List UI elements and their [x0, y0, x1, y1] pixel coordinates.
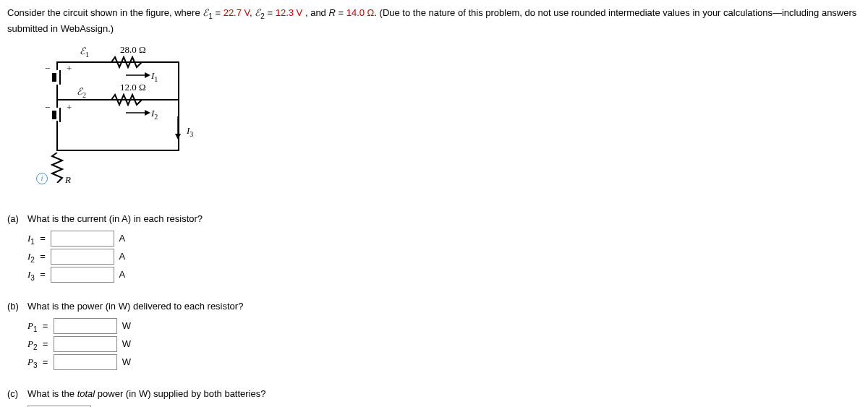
- answer-row-p3: P3 = W: [27, 354, 861, 370]
- battery-2-icon: [52, 108, 62, 122]
- unit: W: [122, 338, 131, 349]
- sym: P: [27, 356, 33, 367]
- text: Consider the circuit shown in the figure…: [7, 7, 203, 18]
- eps2-value: 12.3 V: [276, 7, 303, 18]
- label-i1: I1: [151, 70, 158, 83]
- sym: P: [27, 338, 33, 349]
- label-minus1: −: [45, 63, 50, 74]
- svg-marker-5: [175, 134, 181, 140]
- equals: =: [338, 7, 346, 18]
- circuit-figure: ℰ1 ℰ2 − + − + 28.0 Ω 12.0 Ω I1 I2 I3 R i: [12, 46, 861, 197]
- sub: 3: [33, 361, 38, 369]
- wire: [56, 61, 58, 70]
- svg-marker-3: [145, 110, 150, 116]
- text: power (in W) supplied by both batteries?: [95, 388, 265, 399]
- battery-1-icon: [52, 70, 62, 85]
- arrow-i2-icon: [126, 109, 150, 116]
- label-eps1: ℰ1: [80, 46, 89, 59]
- answer-row-i3: I3 = A: [27, 267, 861, 283]
- text-italic: total: [77, 388, 95, 399]
- wire: [56, 99, 58, 108]
- part-b-label: (b): [7, 301, 27, 312]
- sym: P: [27, 320, 33, 331]
- resistor-r2-icon: [111, 93, 142, 106]
- label-minus2: −: [45, 102, 50, 113]
- answer-row-i2: I2 = A: [27, 249, 861, 265]
- input-i3[interactable]: [51, 267, 114, 283]
- eps1-value: 22.7 V: [224, 7, 250, 18]
- r-value: 14.0 Ω: [346, 7, 375, 18]
- part-a-label: (a): [7, 213, 27, 224]
- sub: 2: [33, 343, 38, 351]
- unit: W: [122, 320, 131, 331]
- answer-row-i1: I1 = A: [27, 231, 861, 247]
- label-r1: 28.0 Ω: [120, 44, 146, 56]
- answer-row-p2: P2 = W: [27, 336, 861, 352]
- part-b-question: What is the power (in W) delivered to ea…: [27, 301, 861, 312]
- unit: W: [122, 356, 131, 367]
- and-text: , and: [305, 7, 329, 18]
- sub: 1: [30, 238, 35, 246]
- wire: [56, 85, 58, 99]
- wire: [56, 121, 58, 150]
- r-symbol: R: [328, 7, 335, 18]
- input-i1[interactable]: [51, 231, 114, 247]
- unit: A: [119, 233, 125, 244]
- unit: A: [119, 251, 125, 262]
- eps1-sub: 1: [208, 12, 213, 20]
- input-p2[interactable]: [54, 336, 117, 352]
- label-r2: 12.0 Ω: [120, 82, 146, 93]
- svg-marker-1: [145, 72, 150, 78]
- resistor-r1-icon: [111, 56, 142, 69]
- text: What is the: [27, 388, 77, 399]
- wire: [56, 150, 179, 151]
- resistor-r-icon: [51, 153, 64, 183]
- input-p3[interactable]: [54, 354, 117, 370]
- label-r: R: [65, 174, 71, 186]
- sub: 1: [33, 325, 38, 333]
- label-eps2: ℰ2: [77, 86, 86, 99]
- arrow-i3-icon: [174, 116, 182, 140]
- part-c-question: What is the total power (in W) supplied …: [27, 388, 861, 399]
- part-a-question: What is the current (in A) in each resis…: [27, 213, 861, 224]
- sub: 3: [30, 274, 35, 282]
- eps2-sub: 2: [260, 12, 265, 20]
- part-a: (a) What is the current (in A) in each r…: [7, 213, 861, 285]
- input-i2[interactable]: [51, 249, 114, 265]
- input-p1[interactable]: [54, 318, 117, 334]
- part-c: (c) What is the total power (in W) suppl…: [7, 388, 861, 407]
- sub: 2: [30, 256, 35, 264]
- equals: =: [215, 7, 223, 18]
- part-b: (b) What is the power (in W) delivered t…: [7, 301, 861, 372]
- unit: A: [119, 269, 125, 280]
- info-icon[interactable]: i: [36, 173, 48, 184]
- label-i3: I3: [187, 125, 193, 138]
- label-plus1: +: [67, 63, 72, 74]
- arrow-i1-icon: [126, 72, 150, 79]
- part-c-label: (c): [7, 388, 27, 399]
- label-i2: I2: [151, 108, 158, 121]
- equals: =: [267, 7, 275, 18]
- label-plus2: +: [67, 102, 72, 113]
- answer-row-p1: P1 = W: [27, 318, 861, 334]
- problem-statement: Consider the circuit shown in the figure…: [7, 6, 861, 35]
